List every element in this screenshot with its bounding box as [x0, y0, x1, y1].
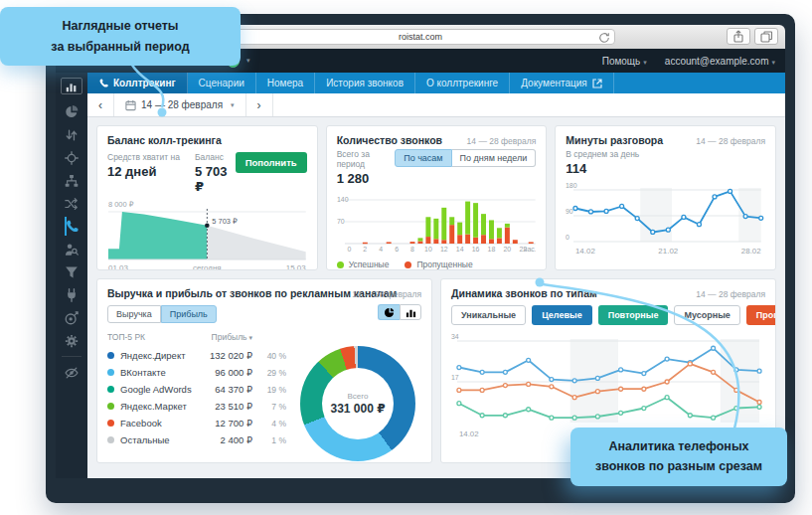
total-value: 1 280	[337, 171, 396, 186]
url-text: roistat.com	[399, 32, 442, 42]
calendar-icon	[125, 99, 136, 111]
svg-text:10: 10	[424, 246, 432, 253]
sidebar-item-plug[interactable]	[65, 283, 79, 306]
channel-name: Facebook	[120, 418, 197, 429]
nav-tab-Номера[interactable]: Номера	[256, 73, 315, 93]
callout-top-line2: за выбранный период	[12, 37, 229, 58]
revenue-row-Яндекс.Директ[interactable]: Яндекс.Директ132 020 ₽40 %	[107, 347, 286, 364]
sidebar-item-user-search[interactable]	[65, 238, 79, 260]
revenue-toggle-Выручка[interactable]: Выручка	[107, 305, 161, 323]
pie-view-icon[interactable]	[378, 304, 400, 320]
revenue-toggle-Прибыль[interactable]: Прибыль	[161, 305, 217, 323]
revenue-row-Facebook[interactable]: Facebook12 700 ₽4 %	[107, 415, 286, 431]
svg-text:21.02: 21.02	[659, 247, 679, 256]
sidebar-item-crosshair[interactable]	[65, 146, 79, 169]
eye-off-icon	[65, 366, 79, 380]
tabs-overview-icon[interactable]	[754, 28, 778, 45]
sidebar-item-eye-off[interactable]	[56, 361, 87, 384]
svg-text:70: 70	[337, 218, 345, 225]
revenue-table: ТОП-5 РК Прибыль Яндекс.Директ132 020 ₽4…	[107, 330, 286, 461]
svg-text:сегодня: сегодня	[193, 263, 222, 270]
sidebar-item-phone[interactable]	[65, 215, 79, 238]
channel-dot	[107, 386, 114, 393]
calls-toggle-По часам[interactable]: По часам	[395, 149, 451, 167]
channel-value: 23 510 ₽	[197, 401, 252, 412]
chip-Мусорные[interactable]: Мусорные	[674, 305, 739, 325]
revenue-row-Остальные[interactable]: Остальные2 400 ₽1 %	[107, 431, 286, 448]
chip-Уникальные[interactable]: Уникальные	[451, 305, 526, 325]
svg-text:14.02: 14.02	[459, 429, 479, 438]
callout-bottom: Аналитика телефоных звонков по разным ср…	[570, 428, 787, 486]
channel-dot	[107, 352, 114, 359]
revenue-profit-toggle: ВыручкаПрибыль	[107, 305, 421, 323]
channel-dot	[107, 369, 114, 376]
help-menu[interactable]: Помощь	[602, 56, 647, 67]
card-dynamics-period: 14 — 28 февраля	[696, 289, 765, 299]
callout-bottom-line1: Аналитика телефоных	[582, 436, 775, 457]
reload-icon[interactable]	[598, 32, 610, 46]
chip-Пропущенные[interactable]: Пропущенные	[746, 305, 776, 325]
svg-text:0: 0	[347, 246, 351, 253]
pie-chart-icon	[65, 105, 79, 119]
nav-tab-Коллтрекинг[interactable]: Коллтрекинг	[87, 73, 188, 93]
svg-text:180: 180	[566, 182, 577, 189]
filter-icon	[65, 265, 79, 279]
svg-text:15.03: 15.03	[286, 263, 306, 270]
callout-bottom-line2: звонков по разным срезам	[582, 456, 775, 477]
calls-legend: УспешныеПропущенные	[337, 259, 537, 269]
sidebar-item-sort-arrows[interactable]	[65, 123, 79, 146]
legend-Пропущенные: Пропущенные	[405, 259, 472, 269]
nav-tab-Документация[interactable]: Документация	[510, 73, 614, 93]
top-navbar: КоллтрекингСценарииНомераИстория звонков…	[87, 73, 785, 93]
nav-tab-История звонков[interactable]: История звонков	[315, 73, 415, 93]
donut-center-label: Всего	[348, 392, 369, 401]
url-bar[interactable]: roistat.com	[226, 29, 615, 45]
top-up-button[interactable]: Пополнить	[236, 152, 307, 173]
date-bar: ‹ 14 — 28 февраля ›	[87, 93, 785, 117]
dynamics-filter-chips: УникальныеЦелевыеПовторныеМусорныеПропущ…	[451, 305, 765, 325]
phone-icon	[98, 79, 108, 88]
sidebar-item-pie-chart[interactable]	[65, 100, 79, 123]
sidebar-item-goal[interactable]	[65, 306, 79, 329]
svg-text:0: 0	[566, 234, 569, 241]
next-period-button[interactable]: ›	[246, 93, 273, 116]
nav-tab-О коллтрекинге[interactable]: О коллтрекинге	[415, 73, 510, 93]
channel-dot	[107, 420, 114, 427]
prev-period-button[interactable]: ‹	[87, 93, 114, 116]
card-revenue-period: 14 — 28 февраля	[352, 289, 421, 299]
sidebar-item-sitemap[interactable]	[65, 169, 79, 192]
channel-percent: 29 %	[252, 368, 286, 378]
svg-text:час.: час.	[523, 246, 536, 253]
share-icon[interactable]	[727, 28, 750, 45]
date-range-picker[interactable]: 14 — 28 февраля	[114, 93, 246, 116]
channel-name: Google AdWords	[120, 384, 197, 395]
revenue-row-ВКонтакте[interactable]: ВКонтакте96 000 ₽29 %	[107, 364, 286, 381]
nav-tab-Сценарии[interactable]: Сценарии	[188, 73, 256, 93]
revenue-table-col2-sort[interactable]: Прибыль	[212, 332, 252, 342]
svg-text:140: 140	[337, 196, 349, 203]
revenue-row-Яндекс.Маркет[interactable]: Яндекс.Маркет23 510 ₽7 %	[107, 398, 286, 415]
account-menu[interactable]: account@example.com	[665, 56, 775, 67]
sidebar-logo-bar-chart-icon[interactable]	[61, 78, 82, 94]
main-row: КоллтрекингСценарииНомераИстория звонков…	[56, 73, 785, 478]
phone-icon	[65, 220, 79, 234]
legend-dot	[405, 261, 411, 268]
shuffle-icon	[65, 197, 79, 211]
svg-text:5 703 ₽: 5 703 ₽	[212, 217, 238, 226]
chip-Целевые[interactable]: Целевые	[532, 305, 592, 325]
svg-text:6: 6	[395, 246, 399, 253]
card-calls: Количество звонков 14 — 28 февраля Всего…	[326, 125, 548, 270]
avg-label: В среднем за день	[566, 149, 765, 159]
sidebar-item-shuffle[interactable]	[65, 192, 79, 215]
date-range-text: 14 — 28 февраля	[141, 99, 223, 110]
svg-text:90: 90	[566, 208, 573, 215]
dashboard: Баланс колл-трекинга Средств хватит на 1…	[87, 117, 785, 478]
sidebar-item-filter[interactable]	[65, 260, 79, 283]
calls-toggle-По дням недели[interactable]: По дням недели	[452, 149, 537, 167]
channel-value: 96 000 ₽	[197, 367, 252, 378]
revenue-row-Google AdWords[interactable]: Google AdWords64 370 ₽19 %	[107, 381, 286, 398]
chip-Повторные[interactable]: Повторные	[598, 305, 669, 325]
bar-view-icon[interactable]	[400, 304, 421, 320]
sidebar-item-gear[interactable]	[65, 329, 79, 352]
channel-name: Остальные	[120, 434, 197, 445]
